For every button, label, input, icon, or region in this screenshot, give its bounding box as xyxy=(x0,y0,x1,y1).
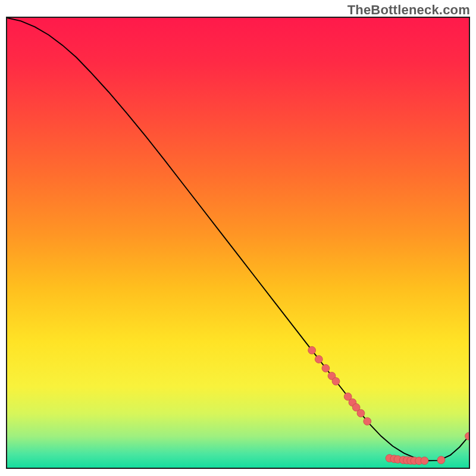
curve-marker xyxy=(364,418,371,425)
curve-marker xyxy=(308,346,316,354)
curve-marker xyxy=(421,457,428,465)
curve-markers xyxy=(308,346,470,465)
curve-overlay xyxy=(7,18,469,468)
watermark-text: TheBottleneck.com xyxy=(347,2,470,18)
chart-container: TheBottleneck.com xyxy=(0,0,476,476)
curve-marker xyxy=(357,409,365,417)
curve-marker xyxy=(437,456,445,464)
curve-marker xyxy=(465,433,470,440)
plot-area xyxy=(6,17,470,469)
bottleneck-curve xyxy=(7,18,469,461)
curve-marker xyxy=(315,355,322,363)
curve-marker xyxy=(332,377,340,385)
curve-marker xyxy=(322,365,330,372)
